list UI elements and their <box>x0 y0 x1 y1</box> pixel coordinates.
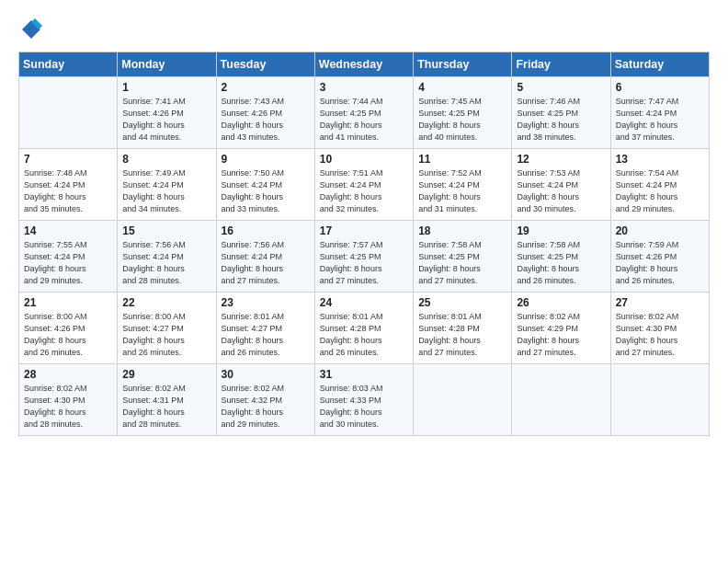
day-info: Sunrise: 7:41 AM Sunset: 4:26 PM Dayligh… <box>122 96 210 144</box>
day-info: Sunrise: 7:58 AM Sunset: 4:25 PM Dayligh… <box>517 239 605 287</box>
calendar-cell: 12Sunrise: 7:53 AM Sunset: 4:24 PM Dayli… <box>512 149 610 221</box>
day-number: 18 <box>418 224 506 237</box>
weekday-header: Sunday <box>19 52 118 77</box>
day-number: 4 <box>418 81 506 94</box>
weekday-header-row: SundayMondayTuesdayWednesdayThursdayFrid… <box>19 52 710 77</box>
calendar-cell: 18Sunrise: 7:58 AM Sunset: 4:25 PM Dayli… <box>414 221 512 293</box>
day-number: 15 <box>122 224 210 237</box>
day-info: Sunrise: 8:02 AM Sunset: 4:31 PM Dayligh… <box>122 383 210 431</box>
calendar-cell: 16Sunrise: 7:56 AM Sunset: 4:24 PM Dayli… <box>216 221 314 293</box>
day-info: Sunrise: 7:45 AM Sunset: 4:25 PM Dayligh… <box>418 96 506 144</box>
day-info: Sunrise: 8:02 AM Sunset: 4:30 PM Dayligh… <box>616 311 704 359</box>
day-info: Sunrise: 8:02 AM Sunset: 4:32 PM Dayligh… <box>222 383 310 431</box>
calendar-cell: 23Sunrise: 8:01 AM Sunset: 4:27 PM Dayli… <box>216 293 314 364</box>
day-info: Sunrise: 8:02 AM Sunset: 4:30 PM Dayligh… <box>24 383 112 431</box>
day-number: 8 <box>122 153 210 166</box>
day-info: Sunrise: 7:56 AM Sunset: 4:24 PM Dayligh… <box>222 239 310 287</box>
day-number: 3 <box>320 81 408 94</box>
day-number: 9 <box>222 153 310 166</box>
day-info: Sunrise: 8:00 AM Sunset: 4:27 PM Dayligh… <box>122 311 210 359</box>
calendar-cell: 2Sunrise: 7:43 AM Sunset: 4:26 PM Daylig… <box>216 77 314 149</box>
day-number: 26 <box>517 296 605 309</box>
calendar-cell: 15Sunrise: 7:56 AM Sunset: 4:24 PM Dayli… <box>118 221 216 293</box>
day-info: Sunrise: 8:00 AM Sunset: 4:26 PM Dayligh… <box>24 311 112 359</box>
calendar-cell <box>19 77 118 149</box>
day-info: Sunrise: 8:02 AM Sunset: 4:29 PM Dayligh… <box>517 311 605 359</box>
calendar-cell: 25Sunrise: 8:01 AM Sunset: 4:28 PM Dayli… <box>414 293 512 364</box>
weekday-header: Tuesday <box>216 52 314 77</box>
day-info: Sunrise: 7:44 AM Sunset: 4:25 PM Dayligh… <box>320 96 408 144</box>
weekday-header: Saturday <box>610 52 709 77</box>
day-info: Sunrise: 8:01 AM Sunset: 4:28 PM Dayligh… <box>418 311 506 359</box>
calendar-cell: 30Sunrise: 8:02 AM Sunset: 4:32 PM Dayli… <box>216 364 314 436</box>
day-number: 22 <box>122 296 210 309</box>
calendar-cell: 3Sunrise: 7:44 AM Sunset: 4:25 PM Daylig… <box>314 77 413 149</box>
calendar-week-row: 1Sunrise: 7:41 AM Sunset: 4:26 PM Daylig… <box>19 77 710 149</box>
day-number: 11 <box>418 153 506 166</box>
day-number: 10 <box>320 153 408 166</box>
day-info: Sunrise: 7:51 AM Sunset: 4:24 PM Dayligh… <box>320 167 408 215</box>
day-number: 28 <box>24 368 112 381</box>
day-number: 23 <box>222 296 310 309</box>
day-number: 6 <box>616 81 704 94</box>
logo-icon <box>18 17 44 42</box>
calendar-cell: 5Sunrise: 7:46 AM Sunset: 4:25 PM Daylig… <box>512 77 610 149</box>
calendar-cell: 8Sunrise: 7:49 AM Sunset: 4:24 PM Daylig… <box>118 149 216 221</box>
day-info: Sunrise: 7:53 AM Sunset: 4:24 PM Dayligh… <box>517 167 605 215</box>
day-info: Sunrise: 8:03 AM Sunset: 4:33 PM Dayligh… <box>320 383 408 431</box>
calendar-cell <box>512 364 610 436</box>
calendar-cell: 10Sunrise: 7:51 AM Sunset: 4:24 PM Dayli… <box>314 149 413 221</box>
day-number: 25 <box>418 296 506 309</box>
calendar-table: SundayMondayTuesdayWednesdayThursdayFrid… <box>18 52 710 436</box>
day-number: 17 <box>320 224 408 237</box>
day-number: 29 <box>122 368 210 381</box>
calendar-cell <box>414 364 512 436</box>
calendar-week-row: 14Sunrise: 7:55 AM Sunset: 4:24 PM Dayli… <box>19 221 710 293</box>
weekday-header: Monday <box>118 52 216 77</box>
calendar-cell: 22Sunrise: 8:00 AM Sunset: 4:27 PM Dayli… <box>118 293 216 364</box>
day-info: Sunrise: 7:52 AM Sunset: 4:24 PM Dayligh… <box>418 167 506 215</box>
day-info: Sunrise: 7:47 AM Sunset: 4:24 PM Dayligh… <box>616 96 704 144</box>
calendar-cell: 27Sunrise: 8:02 AM Sunset: 4:30 PM Dayli… <box>610 293 709 364</box>
calendar-cell: 31Sunrise: 8:03 AM Sunset: 4:33 PM Dayli… <box>314 364 413 436</box>
calendar-cell: 24Sunrise: 8:01 AM Sunset: 4:28 PM Dayli… <box>314 293 413 364</box>
calendar-cell: 21Sunrise: 8:00 AM Sunset: 4:26 PM Dayli… <box>19 293 118 364</box>
day-number: 21 <box>24 296 112 309</box>
weekday-header: Wednesday <box>314 52 413 77</box>
calendar-cell: 26Sunrise: 8:02 AM Sunset: 4:29 PM Dayli… <box>512 293 610 364</box>
day-info: Sunrise: 8:01 AM Sunset: 4:27 PM Dayligh… <box>222 311 310 359</box>
day-number: 7 <box>24 153 112 166</box>
calendar-cell: 4Sunrise: 7:45 AM Sunset: 4:25 PM Daylig… <box>414 77 512 149</box>
day-info: Sunrise: 7:58 AM Sunset: 4:25 PM Dayligh… <box>418 239 506 287</box>
day-info: Sunrise: 8:01 AM Sunset: 4:28 PM Dayligh… <box>320 311 408 359</box>
day-number: 2 <box>222 81 310 94</box>
calendar-cell: 7Sunrise: 7:48 AM Sunset: 4:24 PM Daylig… <box>19 149 118 221</box>
calendar-page: SundayMondayTuesdayWednesdayThursdayFrid… <box>0 0 728 563</box>
calendar-cell: 17Sunrise: 7:57 AM Sunset: 4:25 PM Dayli… <box>314 221 413 293</box>
calendar-cell: 20Sunrise: 7:59 AM Sunset: 4:26 PM Dayli… <box>610 221 709 293</box>
calendar-cell: 9Sunrise: 7:50 AM Sunset: 4:24 PM Daylig… <box>216 149 314 221</box>
day-number: 24 <box>320 296 408 309</box>
day-number: 14 <box>24 224 112 237</box>
day-number: 13 <box>616 153 704 166</box>
header <box>18 17 710 42</box>
weekday-header: Friday <box>512 52 610 77</box>
calendar-cell: 29Sunrise: 8:02 AM Sunset: 4:31 PM Dayli… <box>118 364 216 436</box>
calendar-week-row: 21Sunrise: 8:00 AM Sunset: 4:26 PM Dayli… <box>19 293 710 364</box>
calendar-cell: 19Sunrise: 7:58 AM Sunset: 4:25 PM Dayli… <box>512 221 610 293</box>
day-info: Sunrise: 7:55 AM Sunset: 4:24 PM Dayligh… <box>24 239 112 287</box>
calendar-cell: 14Sunrise: 7:55 AM Sunset: 4:24 PM Dayli… <box>19 221 118 293</box>
day-info: Sunrise: 7:46 AM Sunset: 4:25 PM Dayligh… <box>517 96 605 144</box>
calendar-cell: 6Sunrise: 7:47 AM Sunset: 4:24 PM Daylig… <box>610 77 709 149</box>
day-info: Sunrise: 7:57 AM Sunset: 4:25 PM Dayligh… <box>320 239 408 287</box>
day-number: 19 <box>517 224 605 237</box>
day-info: Sunrise: 7:54 AM Sunset: 4:24 PM Dayligh… <box>616 167 704 215</box>
calendar-cell: 13Sunrise: 7:54 AM Sunset: 4:24 PM Dayli… <box>610 149 709 221</box>
day-info: Sunrise: 7:59 AM Sunset: 4:26 PM Dayligh… <box>616 239 704 287</box>
day-number: 20 <box>616 224 704 237</box>
day-number: 16 <box>222 224 310 237</box>
weekday-header: Thursday <box>414 52 512 77</box>
day-info: Sunrise: 7:43 AM Sunset: 4:26 PM Dayligh… <box>222 96 310 144</box>
day-info: Sunrise: 7:48 AM Sunset: 4:24 PM Dayligh… <box>24 167 112 215</box>
calendar-cell <box>610 364 709 436</box>
